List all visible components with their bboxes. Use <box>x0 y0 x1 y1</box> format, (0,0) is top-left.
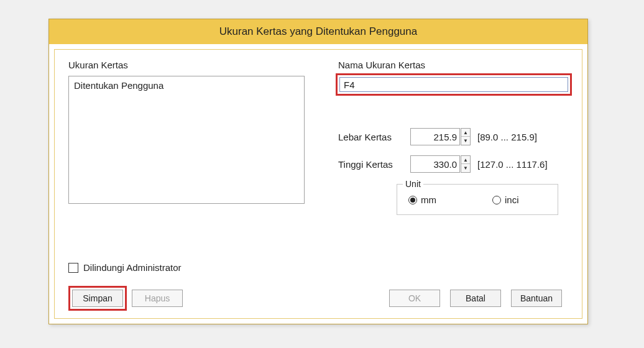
paper-width-spinner[interactable]: ▲ ▼ <box>461 128 471 145</box>
unit-inci-label: inci <box>505 195 519 205</box>
spinner-up-icon[interactable]: ▲ <box>461 129 470 137</box>
spinner-down-icon[interactable]: ▼ <box>461 164 470 172</box>
save-button[interactable]: Simpan <box>72 290 123 307</box>
paper-height-input[interactable] <box>410 155 460 173</box>
help-button[interactable]: Bantuan <box>511 290 562 307</box>
paper-width-label: Lebar Kertas <box>338 132 392 142</box>
dialog-title: Ukuran Kertas yang Ditentukan Pengguna <box>219 25 417 38</box>
paper-width-range: [89.0 ... 215.9] <box>477 132 537 142</box>
paper-height-range: [127.0 ... 1117.6] <box>477 159 548 170</box>
ok-button: OK <box>389 290 440 307</box>
unit-legend: Unit <box>403 179 423 189</box>
user-defined-paper-size-dialog: Ukuran Kertas yang Ditentukan Pengguna U… <box>48 19 588 324</box>
paper-name-label: Nama Ukuran Kertas <box>338 60 425 70</box>
unit-mm-radio[interactable]: mm <box>408 195 436 205</box>
paper-height-spinner[interactable]: ▲ ▼ <box>461 155 471 173</box>
dialog-body: Ukuran Kertas Ditentukan Pengguna Nama U… <box>54 49 582 319</box>
spinner-down-icon[interactable]: ▼ <box>461 137 470 145</box>
paper-size-label: Ukuran Kertas <box>68 60 128 70</box>
delete-button: Hapus <box>132 290 183 307</box>
list-item[interactable]: Ditentukan Pengguna <box>74 79 299 93</box>
paper-height-label: Tinggi Kertas <box>338 159 393 170</box>
paper-name-input[interactable] <box>339 77 568 92</box>
checkbox-unchecked-icon[interactable] <box>68 263 78 273</box>
unit-inci-radio[interactable]: inci <box>492 195 519 205</box>
titlebar: Ukuran Kertas yang Ditentukan Pengguna <box>49 19 587 44</box>
radio-checked-icon <box>408 196 417 204</box>
spinner-up-icon[interactable]: ▲ <box>461 156 470 164</box>
paper-width-input[interactable] <box>410 128 460 145</box>
unit-mm-label: mm <box>421 195 436 205</box>
cancel-button[interactable]: Batal <box>450 290 501 307</box>
radio-unchecked-icon <box>492 196 501 204</box>
protected-label: Dilindungi Administrator <box>83 262 182 273</box>
paper-size-listbox[interactable]: Ditentukan Pengguna <box>68 76 305 204</box>
protected-checkbox-row[interactable]: Dilindungi Administrator <box>68 262 182 273</box>
